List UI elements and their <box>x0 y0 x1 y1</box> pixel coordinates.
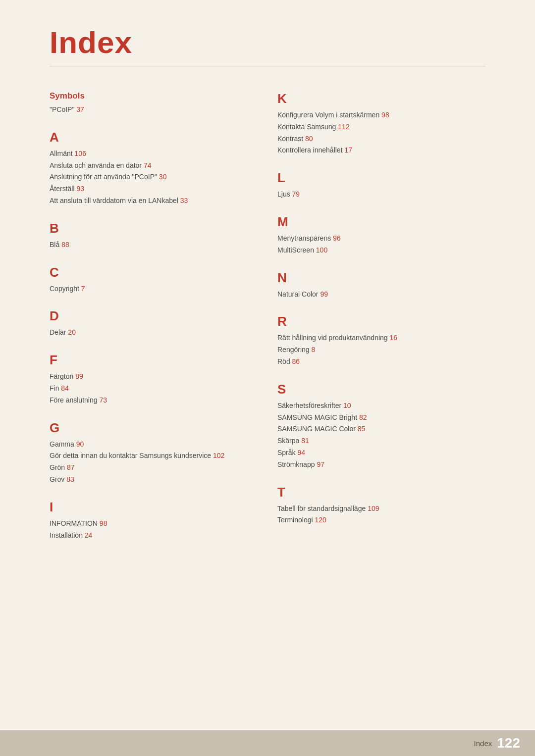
entry-text: INFORMATION <box>50 519 100 527</box>
entry-text: Kontrast <box>277 135 305 143</box>
entry-text: Ljus <box>277 190 292 198</box>
entry-text: Delar <box>50 328 68 336</box>
index-entry: Tabell för standardsignalläge 109 <box>277 503 485 515</box>
index-entry: Gamma 90 <box>50 439 258 451</box>
entry-text: Grov <box>50 475 66 483</box>
index-entry: Att ansluta till värddatorn via en LANka… <box>50 195 258 207</box>
entry-page-number: 16 <box>390 334 398 342</box>
index-section: TTabell för standardsignalläge 109Termin… <box>277 485 485 527</box>
entry-text: Copyright <box>50 285 81 293</box>
entry-page-number: 10 <box>343 402 351 409</box>
entry-text: Röd <box>277 357 292 365</box>
entry-text: Färgton <box>50 372 75 380</box>
entry-text: Kontrollera innehållet <box>277 146 344 154</box>
index-section: BBlå 88 <box>50 221 258 251</box>
entry-text: Allmänt <box>50 150 75 157</box>
entry-page-number: 7 <box>81 285 85 293</box>
entry-page-number: 20 <box>68 328 76 336</box>
index-entry: Natural Color 99 <box>277 289 485 301</box>
entry-page-number: 24 <box>85 531 93 539</box>
index-section: CCopyright 7 <box>50 265 258 295</box>
section-heading: T <box>277 485 485 500</box>
entry-text: Natural Color <box>277 290 320 298</box>
entry-text: SAMSUNG MAGIC Color <box>277 425 358 433</box>
page-container: Index Symbols"PCoIP" 37AAllmänt 106Anslu… <box>0 0 535 756</box>
entry-page-number: 84 <box>61 384 69 392</box>
entry-page-number: 73 <box>99 396 107 404</box>
index-entry: Språk 94 <box>277 447 485 459</box>
entry-page-number: 120 <box>315 516 326 524</box>
entry-page-number: 90 <box>76 440 84 448</box>
index-entry: Strömknapp 97 <box>277 459 485 471</box>
right-column: KKonfigurera Volym i startskärmen 98Kont… <box>277 91 485 555</box>
entry-page-number: 83 <box>66 475 74 483</box>
entry-text: Kontakta Samsung <box>277 123 338 131</box>
footer: Index 122 <box>0 730 535 756</box>
entry-text: Rätt hållning vid produktanvändning <box>277 334 390 342</box>
section-heading: N <box>277 270 485 286</box>
entry-page-number: 30 <box>159 173 167 181</box>
index-entry: Copyright 7 <box>50 283 258 295</box>
entry-text: Installation <box>50 531 85 539</box>
entry-page-number: 112 <box>338 123 349 131</box>
index-section: DDelar 20 <box>50 308 258 339</box>
entry-page-number: 74 <box>144 161 152 169</box>
section-heading: M <box>277 214 485 230</box>
section-heading: A <box>50 130 258 145</box>
entry-page-number: 94 <box>297 449 305 456</box>
entry-page-number: 87 <box>67 463 75 471</box>
index-section: RRätt hållning vid produktanvändning 16R… <box>277 314 485 367</box>
index-entry: Grov 83 <box>50 474 258 486</box>
entry-text: Återställ <box>50 185 76 193</box>
entry-text: Före anslutning <box>50 396 99 404</box>
entry-text: Terminologi <box>277 516 315 524</box>
index-entry: MultiScreen 100 <box>277 245 485 256</box>
section-heading: I <box>50 500 258 515</box>
entry-page-number: 97 <box>317 460 324 468</box>
entry-text: Blå <box>50 241 61 249</box>
entry-text: Säkerhetsföreskrifter <box>277 402 343 409</box>
entry-text: Tabell för standardsignalläge <box>277 504 368 512</box>
entry-page-number: 98 <box>381 111 389 119</box>
footer-label: Index <box>474 739 492 748</box>
entry-page-number: 109 <box>368 504 379 512</box>
section-heading: B <box>50 221 258 236</box>
index-entry: INFORMATION 98 <box>50 518 258 530</box>
index-entry: Ansluta och använda en dator 74 <box>50 160 258 172</box>
index-section: KKonfigurera Volym i startskärmen 98Kont… <box>277 91 485 156</box>
entry-text: Konfigurera Volym i startskärmen <box>277 111 381 119</box>
entry-text: Gör detta innan du kontaktar Samsungs ku… <box>50 452 213 459</box>
footer-page-number: 122 <box>497 735 520 751</box>
index-entry: SAMSUNG MAGIC Bright 82 <box>277 412 485 424</box>
entry-text: Strömknapp <box>277 460 317 468</box>
section-heading: C <box>50 265 258 280</box>
index-entry: SAMSUNG MAGIC Color 85 <box>277 423 485 435</box>
index-entry: Före anslutning 73 <box>50 395 258 406</box>
entry-page-number: 80 <box>305 135 313 143</box>
page-title: Index <box>50 25 485 60</box>
index-section: IINFORMATION 98Installation 24 <box>50 500 258 542</box>
index-entry: Fin 84 <box>50 383 258 395</box>
entry-page-number: 33 <box>180 197 188 204</box>
index-entry: Terminologi 120 <box>277 514 485 526</box>
index-entry: Färgton 89 <box>50 371 258 383</box>
entry-page-number: 82 <box>359 413 367 421</box>
index-section: SSäkerhetsföreskrifter 10SAMSUNG MAGIC B… <box>277 382 485 471</box>
index-content: Symbols"PCoIP" 37AAllmänt 106Ansluta och… <box>50 91 485 555</box>
entry-page-number: 99 <box>320 290 328 298</box>
index-entry: Konfigurera Volym i startskärmen 98 <box>277 109 485 121</box>
entry-page-number: 89 <box>75 372 83 380</box>
entry-page-number: 93 <box>76 185 84 193</box>
index-entry: Kontrast 80 <box>277 133 485 145</box>
entry-text: Språk <box>277 449 297 456</box>
entry-text: Ansluta och använda en dator <box>50 161 144 169</box>
section-heading: L <box>277 170 485 186</box>
index-entry: Röd 86 <box>277 356 485 368</box>
entry-text: MultiScreen <box>277 246 316 254</box>
section-heading: G <box>50 420 258 436</box>
entry-page-number: 100 <box>316 246 327 254</box>
index-entry: Menytransparens 96 <box>277 233 485 245</box>
entry-text: Rengöring <box>277 346 312 353</box>
index-entry: Skärpa 81 <box>277 435 485 447</box>
left-column: Symbols"PCoIP" 37AAllmänt 106Ansluta och… <box>50 91 277 555</box>
